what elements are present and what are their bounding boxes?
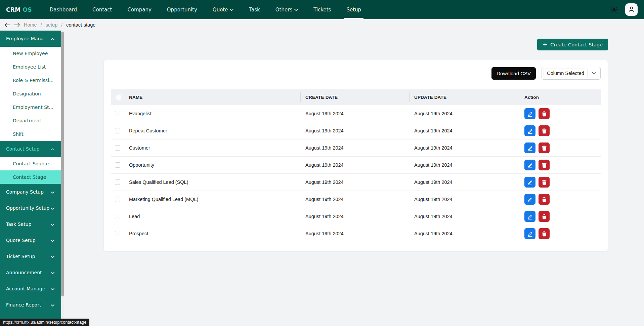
row-checkbox[interactable]: [115, 197, 120, 202]
delete-button[interactable]: [539, 125, 550, 136]
sidebar-item-role-permission[interactable]: Role & Permissi...: [0, 74, 61, 87]
sidebar-section-employee-management[interactable]: Employee Mana...: [0, 31, 61, 47]
sidebar-section-quote-setup[interactable]: Quote Setup: [0, 232, 61, 248]
chevron-down-icon: [51, 205, 54, 211]
update-date: August 19th 2024: [409, 128, 519, 133]
row-checkbox[interactable]: [115, 145, 120, 151]
chevron-down-icon: [51, 221, 54, 227]
stage-name: Sales Qualified Lead (SQL): [126, 179, 300, 185]
sidebar-item-employment-status[interactable]: Employment St...: [0, 100, 61, 114]
arrow-right-icon[interactable]: [14, 23, 20, 27]
user-icon: [628, 6, 635, 13]
chevron-down-icon: [51, 189, 54, 195]
sidebar-scrollbar-track: [61, 31, 64, 319]
logo-crm-text: CRM: [6, 6, 20, 13]
edit-button[interactable]: [524, 160, 535, 170]
sidebar-section-contact-setup[interactable]: Contact Setup: [0, 141, 61, 157]
delete-button[interactable]: [539, 228, 550, 239]
breadcrumb-setup[interactable]: setup: [46, 22, 57, 28]
select-all-checkbox[interactable]: [116, 95, 121, 100]
column-selected-dropdown[interactable]: Column Selected: [542, 67, 601, 80]
column-header-name: NAME: [126, 89, 300, 105]
sidebar-item-shift[interactable]: Shift: [0, 127, 61, 141]
delete-button[interactable]: [539, 160, 550, 170]
nav-item-others[interactable]: Others: [268, 0, 306, 19]
nav-item-task[interactable]: Task: [241, 0, 267, 19]
nav-item-tickets[interactable]: Tickets: [306, 0, 339, 19]
chevron-down-icon: [51, 238, 54, 243]
chevron-down-icon: [51, 286, 54, 291]
breadcrumb-home[interactable]: Home: [24, 22, 37, 28]
sidebar-item-contact-source[interactable]: Contact Source: [0, 157, 61, 170]
create-date: August 19th 2024: [300, 162, 409, 168]
logo-os-text: OS: [23, 6, 32, 13]
sidebar-item-contact-stage[interactable]: Contact Stage: [0, 170, 61, 184]
edit-button[interactable]: [524, 194, 535, 205]
sidebar-section-opportunity-setup[interactable]: Opportunity Setup: [0, 200, 61, 216]
chevron-down-icon: [51, 254, 54, 259]
row-checkbox[interactable]: [115, 111, 120, 116]
stage-name: Prospect: [126, 231, 300, 236]
edit-button[interactable]: [524, 228, 535, 239]
delete-button[interactable]: [539, 211, 550, 222]
delete-button[interactable]: [539, 108, 550, 119]
sidebar-section-task-setup[interactable]: Task Setup: [0, 216, 61, 232]
chevron-down-icon: [51, 270, 54, 275]
stage-name: Marketing Qualified Lead (MQL): [126, 197, 300, 202]
sidebar-section-ticket-setup[interactable]: Ticket Setup: [0, 248, 61, 264]
table-toolbar: Download CSV Column Selected: [491, 67, 601, 80]
row-checkbox[interactable]: [115, 231, 120, 236]
nav-item-setup[interactable]: Setup: [339, 0, 369, 19]
delete-button[interactable]: [539, 177, 550, 188]
edit-button[interactable]: [524, 142, 535, 153]
nav-item-opportunity[interactable]: Opportunity: [159, 0, 205, 19]
sun-icon[interactable]: [610, 5, 618, 14]
row-checkbox[interactable]: [115, 214, 120, 219]
nav-item-quote[interactable]: Quote: [205, 0, 242, 19]
update-date: August 19th 2024: [409, 214, 519, 219]
arrow-left-icon[interactable]: [4, 23, 10, 27]
status-url-tooltip: https://crm.lfix.us/admin/setup/contact-…: [0, 319, 89, 326]
table-row: Repeat Customer August 19th 2024 August …: [111, 122, 601, 139]
row-checkbox[interactable]: [115, 128, 120, 133]
row-checkbox[interactable]: [115, 162, 120, 168]
edit-button[interactable]: [524, 177, 535, 188]
table-row: Customer August 19th 2024 August 19th 20…: [111, 139, 601, 157]
edit-button[interactable]: [524, 125, 535, 136]
sidebar: Employee Mana... New Employee Employee L…: [0, 31, 64, 319]
breadcrumb: Home / setup / contact-stage: [0, 19, 644, 31]
chevron-down-icon: [230, 9, 233, 11]
delete-button[interactable]: [539, 194, 550, 205]
stage-name: Customer: [126, 145, 300, 151]
edit-button[interactable]: [524, 211, 535, 222]
table-header-row: NAME CREATE DATE UPDATE DATE Action: [111, 89, 601, 105]
nav-item-contact[interactable]: Contact: [85, 0, 120, 19]
create-date: August 19th 2024: [300, 179, 409, 185]
sidebar-section-account-manage[interactable]: Account Manage: [0, 281, 61, 297]
delete-button[interactable]: [539, 142, 550, 153]
sidebar-section-finance-report[interactable]: Finance Report: [0, 297, 61, 313]
sidebar-section-company-setup[interactable]: Company Setup: [0, 184, 61, 200]
table-row: Opportunity August 19th 2024 August 19th…: [111, 157, 601, 174]
contact-stage-table: NAME CREATE DATE UPDATE DATE Action Evan…: [111, 89, 601, 242]
nav-item-dashboard[interactable]: Dashboard: [42, 0, 85, 19]
column-header-update-date: UPDATE DATE: [409, 89, 519, 105]
row-checkbox[interactable]: [115, 179, 120, 185]
create-date: August 19th 2024: [300, 145, 409, 151]
create-date: August 19th 2024: [300, 231, 409, 236]
app-logo[interactable]: CRM OS: [0, 0, 42, 19]
sidebar-scrollbar-thumb[interactable]: [61, 32, 64, 296]
sidebar-item-employee-list[interactable]: Employee List: [0, 60, 61, 74]
create-contact-stage-button[interactable]: + Create Contact Stage: [537, 39, 608, 50]
nav-item-company[interactable]: Company: [120, 0, 159, 19]
sidebar-item-designation[interactable]: Designation: [0, 87, 61, 100]
chevron-up-icon: [51, 146, 54, 152]
chevron-down-icon: [588, 72, 600, 75]
edit-button[interactable]: [524, 108, 535, 119]
download-csv-button[interactable]: Download CSV: [491, 67, 536, 80]
sidebar-item-new-employee[interactable]: New Employee: [0, 47, 61, 60]
plus-icon: +: [543, 41, 547, 48]
user-profile-button[interactable]: [625, 3, 638, 16]
sidebar-item-department[interactable]: Department: [0, 114, 61, 127]
sidebar-section-announcement[interactable]: Announcement: [0, 264, 61, 281]
